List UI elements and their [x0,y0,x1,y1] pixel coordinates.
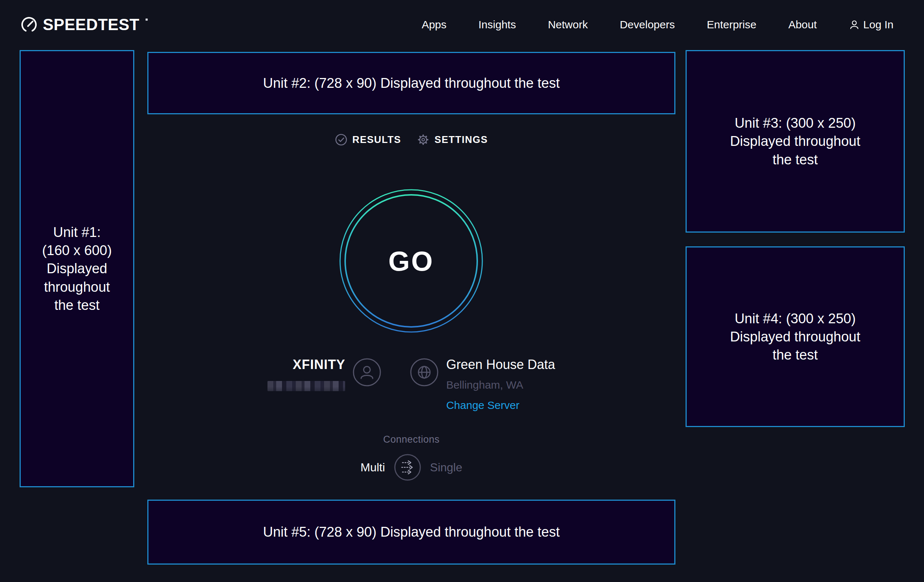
nav-item-network[interactable]: Network [548,18,588,31]
ad-unit-1-label: Unit #1: (160 x 600) Displayed throughou… [41,223,113,314]
speedtest-logo[interactable]: SPEEDTEST [20,16,148,34]
login-label: Log In [863,18,894,31]
speedtest-gauge-icon [20,16,38,33]
settings-tab-label: SETTINGS [434,134,488,145]
ad-unit-5: Unit #5: (728 x 90) Displayed throughout… [147,500,675,565]
change-server-link[interactable]: Change Server [446,399,519,411]
tab-results[interactable]: RESULTS [335,134,401,146]
server-name: Green House Data [446,357,555,372]
speedtest-page: SPEEDTEST Apps Insights Network Develope… [0,0,924,582]
check-circle-icon [335,134,347,146]
nav-item-enterprise[interactable]: Enterprise [706,18,756,31]
ad-unit-4: Unit #4: (300 x 250) Displayed throughou… [686,246,905,427]
test-meta-row: XFINITY Green House Data Bellingham, WA … [147,354,675,411]
go-button-label: GO [338,188,484,333]
connections-multi-label: Multi [360,461,385,474]
connections-toggle-row: Multi Singl [147,453,675,481]
nav-login-button[interactable]: Log In [849,18,894,31]
connections-label: Connections [147,434,675,445]
isp-name: XFINITY [267,357,345,372]
connections-toggle-button[interactable] [394,453,421,481]
person-icon [849,19,860,30]
main-nav: Apps Insights Network Developers Enterpr… [422,18,894,31]
multi-arrows-icon [394,477,421,482]
ad-unit-3-label: Unit #3: (300 x 250) Displayed throughou… [723,114,868,168]
server-block: Green House Data Bellingham, WA Change S… [446,354,555,411]
isp-block: XFINITY [267,354,345,391]
server-location: Bellingham, WA [446,379,555,391]
tab-settings[interactable]: SETTINGS [417,134,488,146]
go-button[interactable]: GO [338,188,484,333]
nav-item-insights[interactable]: Insights [478,18,516,31]
ad-unit-5-label: Unit #5: (728 x 90) Displayed throughout… [263,523,559,541]
nav-item-about[interactable]: About [788,18,817,31]
gear-icon [417,134,429,146]
person-circle-icon [352,358,381,387]
results-tab-label: RESULTS [352,134,401,145]
ip-address-redacted [267,381,345,391]
nav-item-developers[interactable]: Developers [620,18,675,31]
header: SPEEDTEST Apps Insights Network Develope… [0,0,924,49]
ad-unit-1: Unit #1: (160 x 600) Displayed throughou… [20,50,134,487]
logo-text: SPEEDTEST [43,16,139,34]
connections-single-label: Single [430,461,462,474]
view-tabs: RESULTS [147,130,675,150]
globe-circle-icon [410,358,439,387]
ad-unit-3: Unit #3: (300 x 250) Displayed throughou… [686,50,905,232]
trademark-mark [145,18,148,21]
ad-unit-4-label: Unit #4: (300 x 250) Displayed throughou… [723,310,868,364]
nav-item-apps[interactable]: Apps [422,18,446,31]
connections-section: Connections Multi [147,434,675,481]
ad-unit-2: Unit #2: (728 x 90) Displayed throughout… [147,52,675,114]
ad-unit-2-label: Unit #2: (728 x 90) Displayed throughout… [263,74,559,92]
